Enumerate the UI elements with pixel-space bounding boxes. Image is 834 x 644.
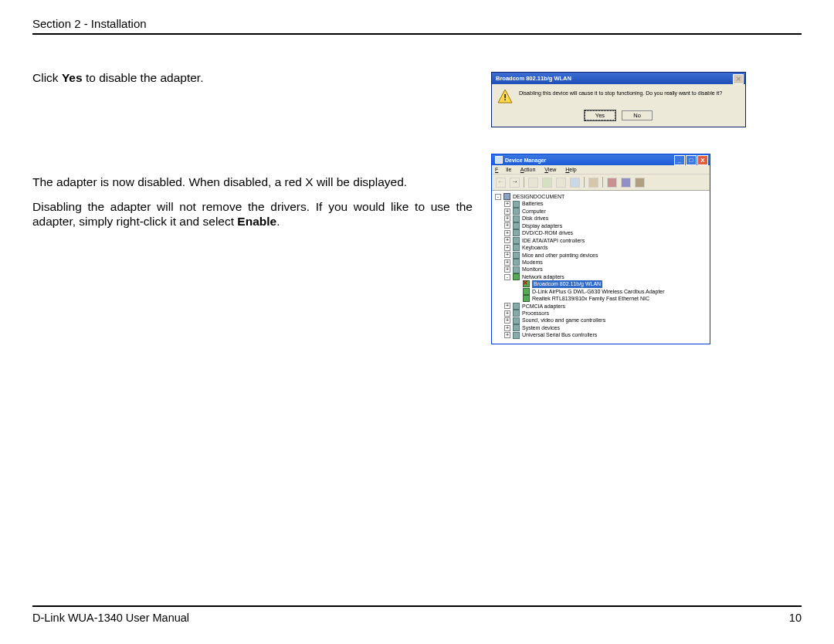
tree-node[interactable]: +IDE ATA/ATAPI controllers xyxy=(495,237,707,244)
device-icon xyxy=(513,237,520,244)
maximize-icon[interactable]: □ xyxy=(686,155,697,165)
toolbar-button[interactable] xyxy=(621,178,631,188)
menu-help[interactable]: Help xyxy=(565,167,576,172)
footer-page-number: 10 xyxy=(789,612,802,624)
tree-node[interactable]: +Modems xyxy=(495,259,707,266)
tree-node[interactable]: +Keyboards xyxy=(495,244,707,251)
disabled-adapter-icon xyxy=(523,280,530,287)
device-icon xyxy=(513,310,520,317)
yes-button[interactable]: Yes xyxy=(585,110,615,120)
toolbar-button[interactable] xyxy=(607,178,617,188)
text-bold: Enable xyxy=(237,215,276,228)
warning-icon: ! xyxy=(497,89,513,104)
toolbar-button[interactable] xyxy=(635,178,645,188)
toolbar-button[interactable] xyxy=(588,178,598,188)
toolbar-button[interactable] xyxy=(528,178,538,188)
device-icon xyxy=(513,252,520,259)
tree-root[interactable]: -DESIGNDOCUMENT xyxy=(495,193,707,200)
tree-node[interactable]: +Computer xyxy=(495,208,707,215)
tree-node[interactable]: +Batteries xyxy=(495,200,707,207)
device-icon xyxy=(513,332,520,339)
device-icon xyxy=(513,324,520,331)
no-button[interactable]: No xyxy=(622,110,653,120)
header-rule xyxy=(32,33,802,35)
text-bold: Yes xyxy=(62,71,83,84)
paragraph-enable: Disabling the adapter will not remove th… xyxy=(32,199,473,230)
network-adapter-icon xyxy=(523,295,530,302)
device-icon xyxy=(513,229,520,236)
device-icon xyxy=(513,215,520,222)
tree-node[interactable]: +DVD/CD-ROM drives xyxy=(495,229,707,236)
separator xyxy=(584,177,585,188)
device-tree[interactable]: -DESIGNDOCUMENT +Batteries +Computer +Di… xyxy=(492,191,710,344)
separator xyxy=(602,177,603,188)
toolbar-button[interactable] xyxy=(570,178,580,188)
tree-node[interactable]: +Universal Serial Bus controllers xyxy=(495,331,707,338)
tree-node-realtek[interactable]: Realtek RTL8139/810x Family Fast Etherne… xyxy=(495,295,707,302)
dm-toolbar xyxy=(492,175,710,191)
paragraph-disabled-redx: The adapter is now disabled. When disabl… xyxy=(32,175,473,190)
menu-file[interactable]: File xyxy=(495,167,511,172)
svg-text:!: ! xyxy=(503,93,507,102)
text: to disable the adapter. xyxy=(83,71,204,84)
tree-node[interactable]: +Mice and other pointing devices xyxy=(495,252,707,259)
text: . xyxy=(276,215,280,228)
text: Click xyxy=(32,71,62,84)
back-icon[interactable] xyxy=(496,178,506,188)
tree-node[interactable]: +Display adapters xyxy=(495,222,707,229)
toolbar-button[interactable] xyxy=(556,178,566,188)
confirm-disable-dialog: Broadcom 802.11b/g WLAN ✕ ! Disabling th… xyxy=(491,72,746,127)
dialog-titlebar[interactable]: Broadcom 802.11b/g WLAN ✕ xyxy=(492,73,745,84)
tree-node-broadcom[interactable]: Broadcom 802.11b/g WLAN xyxy=(495,280,707,287)
device-icon xyxy=(513,222,520,229)
separator xyxy=(524,177,524,188)
minimize-icon[interactable]: _ xyxy=(674,155,685,165)
close-icon[interactable]: X xyxy=(697,155,708,165)
device-icon xyxy=(513,259,520,266)
device-icon xyxy=(513,266,520,273)
device-manager-window: Device Manager _ □ X File Action View He… xyxy=(491,154,710,344)
footer-rule xyxy=(32,605,802,607)
device-icon xyxy=(513,208,520,215)
section-header: Section 2 - Installation xyxy=(32,17,802,30)
dialog-title-text: Broadcom 802.11b/g WLAN xyxy=(496,75,571,82)
tree-node[interactable]: +Sound, video and game controllers xyxy=(495,317,707,324)
network-adapter-icon xyxy=(513,273,520,280)
tree-node-dlink[interactable]: D-Link AirPlus G DWL-G630 Wireless Cardb… xyxy=(495,288,707,295)
tree-node[interactable]: +Monitors xyxy=(495,266,707,273)
dialog-message: Disabling this device will cause it to s… xyxy=(519,89,740,97)
device-icon xyxy=(513,317,520,324)
device-icon xyxy=(513,244,520,251)
tree-node[interactable]: +Processors xyxy=(495,310,707,317)
computer-icon xyxy=(503,193,510,200)
dm-app-icon xyxy=(495,156,503,164)
dm-title-text: Device Manager xyxy=(505,158,546,163)
dm-menubar: File Action View Help xyxy=(492,165,710,175)
dm-titlebar[interactable]: Device Manager _ □ X xyxy=(492,154,710,165)
menu-view[interactable]: View xyxy=(544,167,556,172)
tree-node[interactable]: +Disk drives xyxy=(495,215,707,222)
toolbar-button[interactable] xyxy=(542,178,552,188)
network-adapter-icon xyxy=(523,288,530,295)
footer-manual-name: D-Link WUA-1340 User Manual xyxy=(32,612,189,624)
tree-node[interactable]: +System devices xyxy=(495,324,707,331)
device-icon xyxy=(513,303,520,310)
menu-action[interactable]: Action xyxy=(520,167,535,172)
device-icon xyxy=(513,201,520,208)
instruction-click-yes: Click Yes to disable the adapter. xyxy=(32,70,473,86)
tree-node[interactable]: +PCMCIA adapters xyxy=(495,303,707,310)
forward-icon[interactable] xyxy=(510,178,520,188)
close-icon[interactable]: ✕ xyxy=(733,74,744,84)
